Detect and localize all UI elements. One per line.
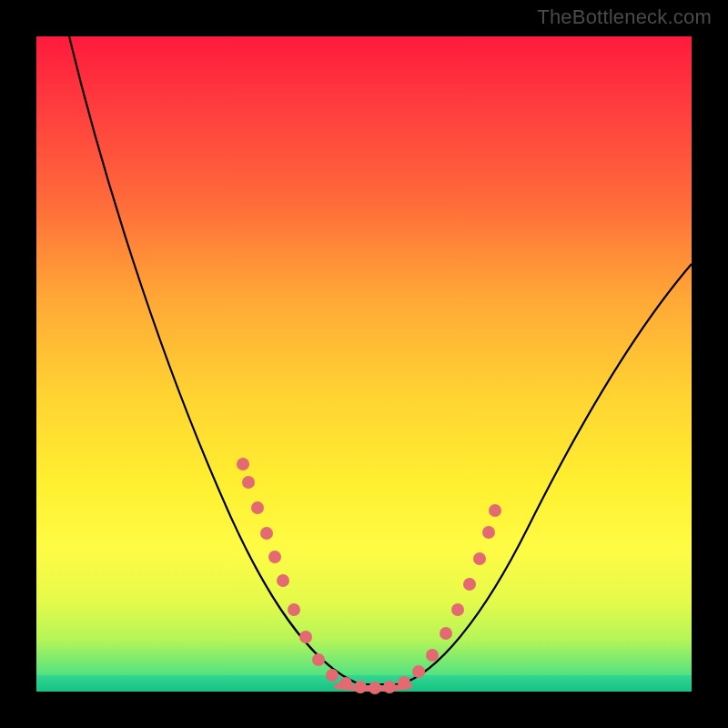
marker-dot [268,551,281,563]
marker-dot [288,603,300,616]
marker-dot [312,653,325,666]
marker-dot [489,504,501,517]
marker-dot [398,676,410,689]
marker-dot [482,526,495,539]
marker-group [237,458,501,694]
marker-dot [251,501,264,514]
marker-dot [426,649,439,662]
marker-dot [260,527,273,540]
marker-dot [412,665,425,678]
marker-dot [463,578,476,591]
marker-dot [473,552,486,565]
marker-dot [383,681,396,693]
marker-dot [237,458,249,470]
marker-dot [369,682,381,694]
marker-dot [339,677,352,690]
chart-frame: TheBottleneck.com [0,0,728,728]
marker-dot [354,681,367,693]
marker-dot [440,627,452,640]
marker-dot [277,574,289,587]
plot-area [36,36,692,692]
bottleneck-curve-path [69,36,692,684]
watermark-text: TheBottleneck.com [537,5,712,29]
chart-svg [36,36,692,692]
marker-dot [242,476,255,489]
marker-dot [451,603,464,616]
marker-dot [299,631,312,643]
marker-dot [326,669,339,682]
